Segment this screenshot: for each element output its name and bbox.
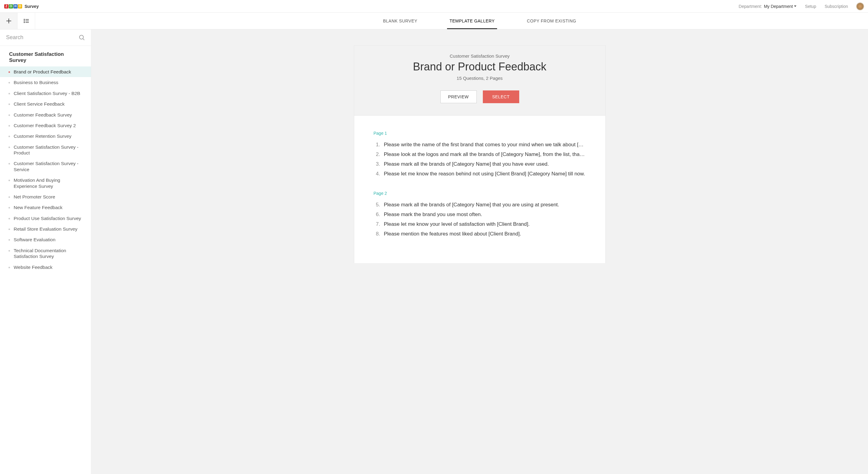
bullet-icon	[8, 163, 10, 165]
svg-line-9	[83, 38, 85, 40]
template-list-item[interactable]: Client Satisfaction Survey - B2B	[0, 88, 91, 99]
question-list: 1.Please write the name of the first bra…	[374, 140, 586, 179]
question-text: Please write the name of the first brand…	[384, 142, 586, 148]
search-input[interactable]	[6, 34, 69, 41]
svg-point-6	[24, 22, 25, 23]
template-list-item-label: Customer Retention Survey	[14, 133, 71, 139]
question-number: 7.	[374, 221, 380, 227]
template-list-item[interactable]: Customer Retention Survey	[0, 131, 91, 141]
sidebar: Customer Satisfaction Survey Brand or Pr…	[0, 29, 91, 474]
bullet-icon	[8, 196, 10, 198]
svg-point-2	[24, 19, 25, 20]
question-number: 6.	[374, 211, 380, 217]
question-list: 5.Please mark all the brands of [Categor…	[374, 200, 586, 239]
template-list-item[interactable]: Website Feedback	[0, 262, 91, 272]
card-meta: 15 Questions, 2 Pages	[457, 76, 503, 81]
template-list-item[interactable]: Customer Feedback Survey 2	[0, 120, 91, 131]
template-list-item[interactable]: Net Promoter Score	[0, 191, 91, 202]
department-label: Department:	[739, 4, 762, 9]
creation-tabs: BLANK SURVEY TEMPLATE GALLERY COPY FROM …	[91, 13, 868, 29]
tab-copy-existing[interactable]: COPY FROM EXISTING	[524, 13, 579, 29]
page-label: Page 2	[374, 191, 586, 196]
bullet-icon	[8, 267, 10, 268]
question-item: 7.Please let me know your level of satis…	[374, 219, 586, 229]
main-area: Customer Satisfaction Survey Brand or Pr…	[0, 29, 868, 474]
question-item: 5.Please mark all the brands of [Categor…	[374, 200, 586, 210]
template-list[interactable]: Brand or Product FeedbackBusiness to Bus…	[0, 66, 91, 474]
template-list-item-label: Retail Store Evaluation Survey	[14, 226, 78, 232]
template-list-item[interactable]: New Feature Feedback	[0, 202, 91, 213]
template-list-item[interactable]: Brand or Product Feedback	[0, 66, 91, 77]
question-text: Please mention the features most liked a…	[384, 231, 586, 237]
template-list-item[interactable]: Retail Store Evaluation Survey	[0, 224, 91, 234]
subscription-link[interactable]: Subscription	[825, 4, 848, 9]
question-text: Please look at the logos and mark all th…	[384, 151, 586, 157]
plus-icon	[6, 18, 11, 24]
template-list-item-label: Customer Feedback Survey	[14, 112, 72, 118]
template-list-item[interactable]: Business to Business	[0, 77, 91, 88]
card-title: Brand or Product Feedback	[413, 60, 546, 73]
card-header: Customer Satisfaction Survey Brand or Pr…	[354, 45, 606, 116]
avatar[interactable]	[857, 3, 864, 10]
card-actions: PREVIEW SELECT	[440, 90, 519, 103]
template-list-item[interactable]: Software Evaluation	[0, 234, 91, 245]
question-number: 4.	[374, 171, 380, 177]
bullet-icon	[8, 250, 10, 251]
bullet-icon	[8, 180, 10, 181]
template-list-item-label: Client Satisfaction Survey - B2B	[14, 90, 81, 96]
question-text: Please let me know the reason behind not…	[384, 171, 586, 177]
zoho-logo: ZOHO	[4, 4, 22, 8]
bullet-icon	[8, 136, 10, 137]
template-list-item[interactable]: Customer Satisfaction Survey - Service	[0, 158, 91, 175]
question-text: Please mark all the brands of [Category …	[384, 202, 586, 208]
search-icon	[79, 35, 85, 41]
brand-name: Survey	[25, 4, 39, 9]
question-item: 3.Please mark all the brands of [Categor…	[374, 159, 586, 169]
bullet-icon	[8, 229, 10, 230]
bullet-icon	[8, 114, 10, 116]
question-item: 1.Please write the name of the first bra…	[374, 140, 586, 150]
bullet-icon	[8, 207, 10, 208]
template-list-item[interactable]: Product Use Satisfaction Survey	[0, 213, 91, 224]
template-list-item-label: Customer Satisfaction Survey - Service	[14, 160, 85, 172]
template-list-item[interactable]: Client Service Feedback	[0, 99, 91, 109]
department-value[interactable]: My Department	[764, 4, 797, 9]
template-list-item-label: Website Feedback	[14, 264, 53, 270]
new-survey-button[interactable]	[0, 13, 18, 29]
question-number: 5.	[374, 202, 380, 208]
brand-logo-area[interactable]: ZOHO Survey	[4, 4, 39, 9]
question-number: 2.	[374, 151, 380, 157]
toolbar-row: BLANK SURVEY TEMPLATE GALLERY COPY FROM …	[0, 13, 868, 29]
view-toggle-bar	[0, 13, 91, 29]
preview-button[interactable]: PREVIEW	[440, 90, 477, 103]
bullet-icon	[8, 82, 10, 84]
select-button[interactable]: SELECT	[483, 90, 519, 103]
department-selector: Department: My Department	[739, 4, 797, 9]
page-label: Page 1	[374, 131, 586, 136]
bullet-icon	[8, 239, 10, 241]
bullet-icon	[8, 71, 10, 73]
template-list-item[interactable]: Motivation And Buying Experience Survey	[0, 175, 91, 191]
template-list-item[interactable]: Technical Documentation Satisfaction Sur…	[0, 245, 91, 262]
question-text: Please mark all the brands of [Category …	[384, 161, 586, 167]
question-item: 2.Please look at the logos and mark all …	[374, 150, 586, 159]
bullet-icon	[8, 125, 10, 126]
template-list-item[interactable]: Customer Feedback Survey	[0, 110, 91, 120]
preview-pane[interactable]: Customer Satisfaction Survey Brand or Pr…	[91, 29, 868, 474]
template-list-item-label: Software Evaluation	[14, 237, 56, 242]
top-header: ZOHO Survey Department: My Department Se…	[0, 0, 868, 13]
svg-point-8	[80, 35, 84, 39]
bullet-icon	[8, 93, 10, 94]
card-body: Page 11.Please write the name of the fir…	[354, 116, 606, 263]
tab-blank-survey[interactable]: BLANK SURVEY	[381, 13, 420, 29]
template-list-item-label: Net Promoter Score	[14, 194, 55, 200]
setup-link[interactable]: Setup	[805, 4, 816, 9]
chevron-down-icon	[794, 5, 797, 7]
template-list-item-label: Motivation And Buying Experience Survey	[14, 177, 85, 189]
template-list-item[interactable]: Customer Satisfaction Survey - Product	[0, 142, 91, 158]
bullet-icon	[8, 103, 10, 105]
list-view-button[interactable]	[18, 13, 35, 29]
template-list-item-label: New Feature Feedback	[14, 205, 62, 210]
category-title: Customer Satisfaction Survey	[0, 46, 91, 66]
tab-template-gallery[interactable]: TEMPLATE GALLERY	[447, 13, 497, 29]
